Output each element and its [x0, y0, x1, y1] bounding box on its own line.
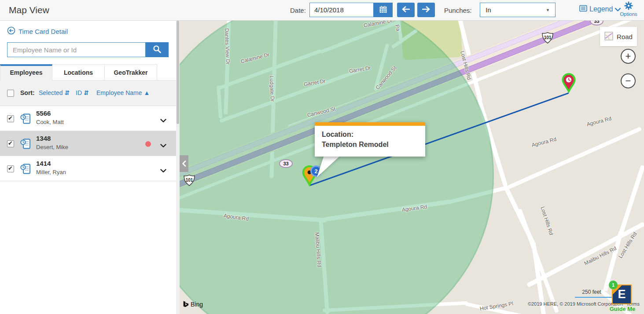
- zoom-out-button[interactable]: −: [621, 73, 636, 88]
- sort-arrows-icon: ⇵: [64, 89, 70, 96]
- calendar-button[interactable]: [373, 3, 393, 17]
- employee-id: 1348: [36, 135, 51, 142]
- page-title: Map View: [9, 0, 49, 20]
- legend-label: Legend: [589, 5, 613, 13]
- tabs-filler: [157, 64, 176, 80]
- select-all-checkbox[interactable]: [7, 90, 14, 97]
- chevron-down-icon[interactable]: [160, 117, 166, 124]
- bing-label: Bing: [191, 301, 203, 308]
- map-style-icon: [604, 32, 613, 42]
- road-label: Pa: [394, 24, 401, 32]
- road-agoura: [508, 127, 642, 189]
- tooltip-accent-bar: [315, 122, 425, 126]
- tooltip-tail: [312, 153, 347, 180]
- guide-me-label: Guide Me: [609, 306, 636, 312]
- search-icon: [153, 45, 162, 55]
- employee-search-input[interactable]: [7, 42, 146, 57]
- employee-checkbox[interactable]: [7, 165, 14, 172]
- options-button[interactable]: Options: [618, 1, 639, 17]
- date-label: Date:: [290, 7, 306, 14]
- time-card-detail-label: Time Card Detail: [18, 28, 68, 35]
- chevron-left-icon: [182, 161, 186, 167]
- tab-employees[interactable]: Employees: [0, 64, 52, 80]
- us-101-shield: 101: [541, 32, 554, 44]
- status-dot: [145, 141, 151, 147]
- options-label: Options: [618, 11, 639, 17]
- employee-checkbox[interactable]: [7, 115, 14, 122]
- road-label: Dantes View Dr: [224, 28, 231, 65]
- route-33-shield: 33: [279, 159, 293, 168]
- select-dropdown-arrow-icon: ▼: [546, 8, 550, 12]
- bing-b-icon: [182, 301, 189, 308]
- road-malibu-hills: [526, 222, 644, 288]
- back-circle-arrow-icon: [7, 26, 15, 36]
- guide-me-widget[interactable]: 1 E Guide Me: [609, 281, 636, 314]
- sort-arrows-icon: ⇵: [84, 89, 89, 96]
- arrow-right-icon: [422, 6, 430, 14]
- employee-checkbox[interactable]: [7, 140, 14, 147]
- tooltip-title: Location:: [322, 129, 418, 139]
- sort-label: Sort:: [20, 89, 35, 96]
- road-label: Agoura Rd: [586, 115, 612, 127]
- sort-by-employee-name[interactable]: Employee Name ▲: [96, 89, 150, 96]
- road-label: Agoura Rd: [531, 136, 557, 148]
- calendar-icon: [379, 5, 387, 15]
- sidebar: Time Card Detail Employees Locations Geo…: [0, 21, 176, 314]
- notification-badge: 1: [609, 281, 618, 289]
- employee-name: Desert, Mike: [36, 144, 68, 150]
- chevron-down-icon[interactable]: [160, 142, 166, 150]
- employee-row[interactable]: 5566 Cook, Matt: [0, 106, 176, 131]
- employee-search: [7, 42, 169, 57]
- chevron-down-icon[interactable]: [160, 167, 166, 175]
- date-group: [309, 3, 393, 17]
- map-view-page: Map View Date: Punches: In ▼: [0, 0, 644, 314]
- road-label: Ludgate Dr: [269, 76, 276, 102]
- top-toolbar: Map View Date: Punches: In ▼: [0, 0, 644, 21]
- arrow-left-icon: [402, 6, 410, 14]
- employee-row[interactable]: 1414 Miller, Ryan: [0, 156, 176, 181]
- sort-bar: Sort: Selected ⇵ ID ⇵ Employee Name ▲: [0, 80, 176, 106]
- us-101-shield: 101: [183, 175, 195, 186]
- previous-day-button[interactable]: [397, 3, 415, 17]
- sidebar-collapse-button[interactable]: [180, 155, 188, 172]
- timecard-icon: [20, 163, 31, 176]
- scrollbar-thumb[interactable]: [177, 21, 179, 124]
- location-tooltip: Location: Templeton Remodel: [315, 122, 425, 157]
- employee-id: 1414: [36, 160, 51, 167]
- sidebar-tabs: Employees Locations GeoTrakker: [0, 64, 176, 80]
- gear-icon: [624, 4, 633, 11]
- employee-name: Cook, Matt: [36, 119, 64, 125]
- road-label: Lost Hills Rd: [539, 206, 554, 236]
- date-input[interactable]: [309, 3, 373, 17]
- legend-icon: [579, 5, 587, 14]
- bing-logo[interactable]: Bing: [182, 301, 203, 308]
- timecard-icon: [20, 138, 31, 151]
- tooltip-location-name: Templeton Remodel: [322, 139, 418, 150]
- road: [518, 208, 559, 313]
- tab-geotrakker[interactable]: GeoTrakker: [105, 64, 157, 80]
- punch-pin-marker[interactable]: [561, 73, 577, 95]
- map-style-button[interactable]: Road: [600, 27, 637, 46]
- map-style-label: Road: [617, 33, 633, 40]
- legend-toggle[interactable]: Legend: [579, 5, 621, 14]
- sidebar-scrollbar[interactable]: [176, 21, 180, 314]
- employee-name: Miller, Ryan: [36, 169, 66, 175]
- employee-id: 5566: [36, 110, 51, 117]
- sort-asc-icon: ▲: [144, 89, 150, 96]
- sort-by-selected[interactable]: Selected ⇵: [39, 89, 70, 96]
- time-card-detail-link[interactable]: Time Card Detail: [7, 26, 169, 36]
- punches-selected-value: In: [486, 6, 491, 14]
- map-canvas[interactable]: Dantes View Dr Ludgate Dr Calamine Dr Ca…: [180, 21, 644, 314]
- zoom-in-button[interactable]: +: [621, 49, 636, 64]
- search-button[interactable]: [146, 42, 169, 57]
- map-scale-label: 250 feet: [574, 289, 610, 295]
- sort-by-id[interactable]: ID ⇵: [76, 89, 89, 96]
- next-day-button[interactable]: [417, 3, 435, 17]
- employee-row[interactable]: 1348 Desert, Mike: [0, 131, 176, 156]
- timecard-icon: [20, 113, 31, 126]
- tab-locations[interactable]: Locations: [52, 64, 105, 80]
- punches-label: Punches:: [444, 7, 472, 14]
- punches-select[interactable]: In ▼: [480, 3, 556, 17]
